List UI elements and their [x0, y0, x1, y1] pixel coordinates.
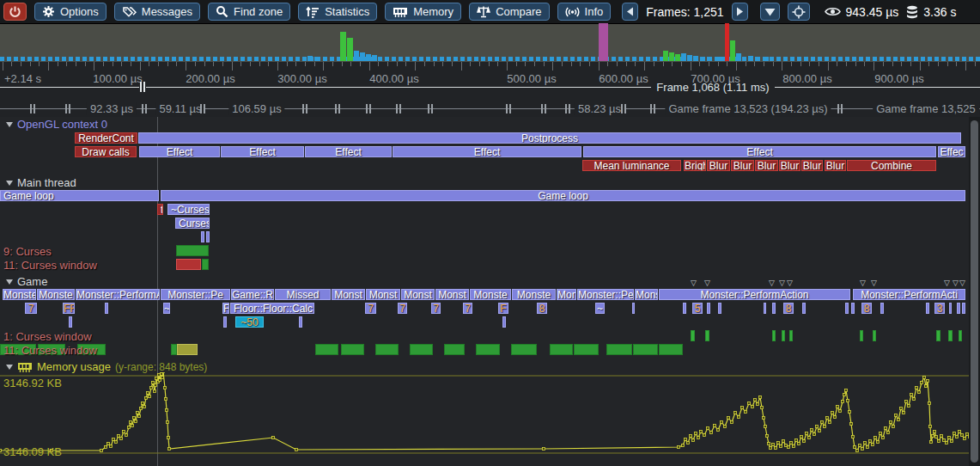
zone-bar[interactable]: Monster::PerformAction — [659, 289, 850, 300]
zone-bar[interactable] — [105, 303, 108, 314]
toolbar-button-compare[interactable]: Compare — [469, 3, 549, 21]
zone-bar[interactable]: Effect — [393, 146, 581, 157]
zone-bar[interactable] — [782, 330, 785, 341]
zone-bar[interactable]: Monste — [37, 289, 75, 300]
zone-bar[interactable]: Mons — [557, 289, 576, 300]
zone-bar[interactable] — [176, 245, 209, 256]
zone-bar[interactable]: Monste — [512, 289, 556, 300]
zone-bar[interactable]: Monste — [470, 289, 511, 300]
zone-bar[interactable] — [949, 303, 952, 314]
zone-bar[interactable]: Monst — [332, 289, 365, 300]
zone-bar[interactable] — [845, 303, 849, 314]
zone-bar[interactable] — [707, 303, 710, 314]
frame-image-marker-icon[interactable]: ▽ — [860, 279, 866, 286]
zone-bar[interactable]: Effect — [221, 146, 304, 157]
collapse-arrow-icon[interactable] — [6, 279, 13, 285]
zone-bar[interactable]: Blur — [755, 160, 778, 171]
toolbar-button-statistics[interactable]: Statistics — [298, 3, 377, 21]
zone-bar[interactable]: Monst — [366, 289, 400, 300]
zone-bar[interactable] — [691, 330, 695, 341]
frame-image-marker-icon[interactable]: ▽ — [944, 279, 950, 286]
zone-bar[interactable]: ~50 — [235, 316, 264, 328]
frame-image-marker-icon[interactable]: ▽ — [779, 279, 785, 286]
toolbar-button-memory[interactable]: Memory — [385, 3, 461, 21]
zone-bar[interactable]: Blur — [779, 160, 800, 171]
zone-bar[interactable]: Effect — [305, 146, 392, 157]
zone-bar[interactable]: 8 — [861, 303, 872, 314]
zone-bar[interactable]: ~ — [595, 303, 605, 314]
frame-image-marker-icon[interactable]: ▽ — [871, 279, 877, 286]
zone-bar[interactable] — [659, 344, 683, 355]
zone-bar[interactable]: Mons — [635, 289, 658, 300]
frame-image-marker-icon[interactable]: ▽ — [704, 279, 710, 286]
section-header-opengl[interactable]: OpenGL context 0 — [6, 118, 107, 131]
zone-bar[interactable]: RenderCont — [75, 132, 137, 144]
scrollbar-thumb[interactable] — [971, 120, 978, 463]
frame-image-marker-icon[interactable]: ▽ — [691, 279, 697, 286]
zone-bar[interactable]: Monster::PerformActi — [853, 289, 965, 300]
zone-bar[interactable] — [299, 316, 302, 328]
zone-bar[interactable]: Effec — [938, 146, 965, 157]
zone-bar[interactable]: FF — [63, 303, 75, 314]
zone-bar[interactable] — [683, 303, 686, 314]
zone-bar[interactable]: Draw calls — [75, 146, 137, 157]
zone-bar[interactable]: 8 — [783, 303, 794, 314]
zone-bar[interactable] — [410, 344, 433, 355]
toolbar-button-find-zone[interactable]: Find zone — [208, 3, 290, 21]
zone-bar[interactable] — [772, 330, 776, 341]
frames-next-button[interactable] — [732, 3, 748, 21]
zone-bar[interactable] — [476, 344, 500, 355]
zone-bar[interactable] — [502, 316, 506, 328]
zone-bar[interactable] — [764, 303, 766, 314]
zone-bar[interactable] — [633, 344, 658, 355]
zone-bar[interactable] — [315, 344, 338, 355]
zone-bar[interactable]: Effect — [583, 146, 936, 157]
zone-bar[interactable] — [341, 344, 364, 355]
zone-bar[interactable] — [873, 330, 876, 341]
zone-bar[interactable] — [69, 316, 72, 328]
zone-bar[interactable]: 7 — [431, 303, 441, 314]
zone-bar[interactable] — [705, 330, 709, 341]
zone-bar[interactable] — [851, 303, 855, 314]
zone-bar[interactable]: Monster::PerformA — [76, 289, 160, 300]
toolbar-button-info[interactable]: Info — [557, 3, 612, 21]
zone-bar[interactable] — [177, 344, 198, 355]
zone-bar[interactable] — [606, 344, 632, 355]
zone-bar[interactable] — [959, 330, 962, 341]
collapse-arrow-icon[interactable] — [6, 122, 13, 127]
zone-bar[interactable] — [511, 344, 537, 355]
zone-bar[interactable]: Game::Replay — [231, 289, 274, 300]
zone-bar[interactable]: 5 — [692, 303, 703, 314]
zone-bar[interactable]: Game loop — [0, 190, 159, 201]
zone-bar[interactable]: Blur — [825, 160, 846, 171]
zone-bar[interactable]: 7 — [463, 303, 472, 314]
zone-bar[interactable] — [223, 316, 227, 328]
zone-bar[interactable] — [176, 259, 201, 270]
zone-bar[interactable]: ~ — [163, 303, 170, 314]
zone-bar[interactable]: Blur — [731, 160, 754, 171]
section-header-memory[interactable]: Memory usage(y-range: 848 bytes) — [6, 360, 207, 373]
zone-bar[interactable] — [962, 303, 965, 314]
zone-bar[interactable]: Postprocess — [138, 132, 961, 144]
zone-bar[interactable]: Game loop — [161, 190, 965, 201]
frame-image-marker-icon[interactable]: ▽ — [959, 279, 965, 286]
zone-bar[interactable]: Monster::Pe — [577, 289, 634, 300]
zone-bar[interactable]: Blur — [707, 160, 730, 171]
zone-bar[interactable] — [375, 344, 399, 355]
zone-bar[interactable]: Blur — [801, 160, 823, 171]
zone-bar[interactable]: Missed — [275, 289, 331, 300]
zone-bar[interactable] — [948, 330, 953, 341]
zone-bar[interactable] — [926, 303, 929, 314]
zone-bar[interactable] — [574, 344, 599, 355]
section-header-game[interactable]: Game — [6, 275, 47, 288]
zone-bar[interactable]: Combine — [847, 160, 936, 171]
zone-bar[interactable] — [201, 231, 204, 242]
zone-bar[interactable]: Curses — [175, 218, 210, 229]
zone-bar[interactable]: 7 — [25, 303, 37, 314]
zone-bar[interactable]: Floor::Floor::Calc — [230, 303, 314, 314]
zone-bar[interactable] — [880, 303, 884, 314]
zone-bar[interactable]: ~Curses — [167, 204, 210, 215]
zone-bar[interactable] — [772, 303, 776, 314]
zone-bar[interactable] — [632, 303, 635, 314]
zone-bar[interactable]: 8 — [537, 303, 547, 314]
